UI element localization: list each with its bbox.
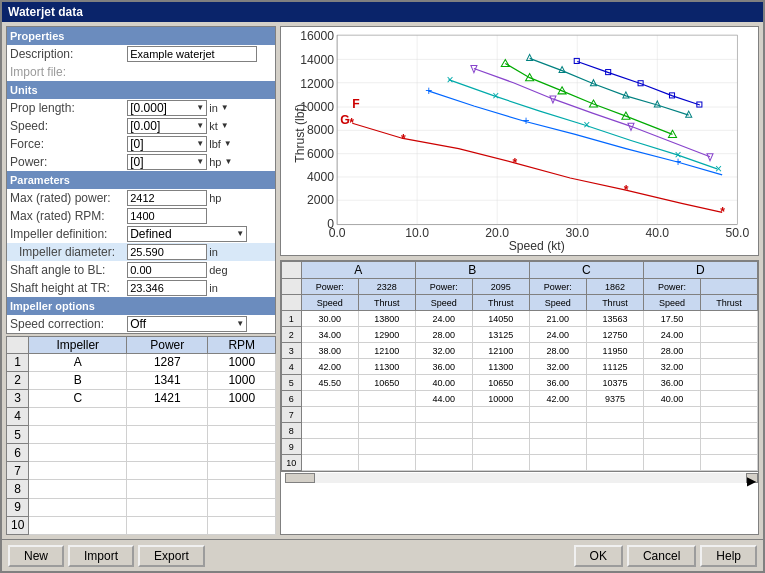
c-thrust-cell[interactable]: 11125	[586, 359, 643, 375]
a-speed-cell[interactable]	[301, 407, 358, 423]
shaft-height-input[interactable]	[127, 280, 207, 296]
data-row[interactable]: 8	[282, 423, 758, 439]
a-thrust-cell[interactable]	[358, 455, 415, 471]
b-thrust-cell[interactable]: 14050	[472, 311, 529, 327]
power-cell[interactable]	[127, 407, 208, 425]
rpm-cell[interactable]	[208, 444, 276, 462]
impeller-cell[interactable]: A	[29, 353, 127, 371]
impeller-row[interactable]: 9	[7, 498, 276, 516]
a-thrust-cell[interactable]: 12100	[358, 343, 415, 359]
description-input[interactable]	[127, 46, 257, 62]
export-button[interactable]: Export	[138, 545, 205, 567]
ok-button[interactable]: OK	[574, 545, 623, 567]
data-row[interactable]: 10	[282, 455, 758, 471]
data-row[interactable]: 7	[282, 407, 758, 423]
a-thrust-cell[interactable]: 10650	[358, 375, 415, 391]
d-thrust-cell[interactable]	[700, 375, 757, 391]
scroll-right-btn[interactable]: ▶	[746, 473, 758, 483]
a-thrust-cell[interactable]	[358, 391, 415, 407]
b-speed-cell[interactable]	[415, 423, 472, 439]
b-speed-cell[interactable]	[415, 439, 472, 455]
c-thrust-cell[interactable]	[586, 407, 643, 423]
horizontal-scrollbar[interactable]: ▶	[281, 471, 758, 483]
new-button[interactable]: New	[8, 545, 64, 567]
a-speed-cell[interactable]	[301, 439, 358, 455]
impeller-row[interactable]: 5	[7, 426, 276, 444]
d-thrust-cell[interactable]	[700, 311, 757, 327]
prop-length-dropdown[interactable]: [0.000] ▼	[127, 100, 207, 116]
power-cell[interactable]	[127, 462, 208, 480]
c-thrust-cell[interactable]	[586, 423, 643, 439]
d-thrust-cell[interactable]	[700, 359, 757, 375]
import-button[interactable]: Import	[68, 545, 134, 567]
d-speed-cell[interactable]: 40.00	[643, 391, 700, 407]
c-speed-cell[interactable]	[529, 455, 586, 471]
d-speed-cell[interactable]	[643, 407, 700, 423]
max-power-input[interactable]	[127, 190, 207, 206]
c-speed-cell[interactable]: 28.00	[529, 343, 586, 359]
b-thrust-cell[interactable]: 13125	[472, 327, 529, 343]
c-speed-cell[interactable]: 42.00	[529, 391, 586, 407]
scroll-thumb[interactable]	[285, 473, 315, 483]
power-cell[interactable]	[127, 498, 208, 516]
power-unit-arrow[interactable]: ▼	[224, 157, 232, 166]
c-speed-cell[interactable]	[529, 439, 586, 455]
b-thrust-cell[interactable]: 12100	[472, 343, 529, 359]
impeller-row[interactable]: 2 B 1341 1000	[7, 371, 276, 389]
impeller-row[interactable]: 4	[7, 407, 276, 425]
power-cell[interactable]: 1287	[127, 353, 208, 371]
data-row[interactable]: 5 45.50 10650 40.00 10650 36.00 10375 36…	[282, 375, 758, 391]
b-speed-cell[interactable]	[415, 455, 472, 471]
cancel-button[interactable]: Cancel	[627, 545, 696, 567]
force-dropdown[interactable]: [0] ▼	[127, 136, 207, 152]
impeller-cell[interactable]	[29, 462, 127, 480]
a-speed-cell[interactable]	[301, 391, 358, 407]
impeller-dia-input[interactable]	[127, 244, 207, 260]
a-thrust-cell[interactable]	[358, 423, 415, 439]
c-speed-cell[interactable]: 36.00	[529, 375, 586, 391]
rpm-cell[interactable]	[208, 407, 276, 425]
impeller-row[interactable]: 3 C 1421 1000	[7, 389, 276, 407]
rpm-cell[interactable]: 1000	[208, 371, 276, 389]
rpm-cell[interactable]: 1000	[208, 389, 276, 407]
d-thrust-cell[interactable]	[700, 327, 757, 343]
a-thrust-cell[interactable]	[358, 407, 415, 423]
a-speed-cell[interactable]: 45.50	[301, 375, 358, 391]
shaft-angle-input[interactable]	[127, 262, 207, 278]
b-thrust-cell[interactable]	[472, 423, 529, 439]
rpm-cell[interactable]	[208, 480, 276, 498]
c-thrust-cell[interactable]: 10375	[586, 375, 643, 391]
d-speed-cell[interactable]: 17.50	[643, 311, 700, 327]
rpm-cell[interactable]	[208, 516, 276, 534]
force-unit-arrow[interactable]: ▼	[224, 139, 232, 148]
b-speed-cell[interactable]	[415, 407, 472, 423]
b-thrust-cell[interactable]	[472, 407, 529, 423]
c-speed-cell[interactable]: 32.00	[529, 359, 586, 375]
speed-dropdown[interactable]: [0.00] ▼	[127, 118, 207, 134]
data-row[interactable]: 6 44.00 10000 42.00 9375 40.00	[282, 391, 758, 407]
d-thrust-cell[interactable]	[700, 423, 757, 439]
impeller-cell[interactable]	[29, 516, 127, 534]
impeller-cell[interactable]	[29, 498, 127, 516]
c-speed-cell[interactable]	[529, 423, 586, 439]
a-thrust-cell[interactable]: 11300	[358, 359, 415, 375]
impeller-cell[interactable]: B	[29, 371, 127, 389]
a-thrust-cell[interactable]: 12900	[358, 327, 415, 343]
power-dropdown[interactable]: [0] ▼	[127, 154, 207, 170]
data-row[interactable]: 4 42.00 11300 36.00 11300 32.00 11125 32…	[282, 359, 758, 375]
rpm-cell[interactable]: 1000	[208, 353, 276, 371]
impeller-cell[interactable]	[29, 444, 127, 462]
b-speed-cell[interactable]: 32.00	[415, 343, 472, 359]
a-thrust-cell[interactable]: 13800	[358, 311, 415, 327]
b-thrust-cell[interactable]: 10650	[472, 375, 529, 391]
b-speed-cell[interactable]: 28.00	[415, 327, 472, 343]
c-speed-cell[interactable]: 21.00	[529, 311, 586, 327]
power-cell[interactable]	[127, 444, 208, 462]
c-thrust-cell[interactable]: 11950	[586, 343, 643, 359]
rpm-cell[interactable]	[208, 498, 276, 516]
rpm-cell[interactable]	[208, 426, 276, 444]
d-thrust-cell[interactable]	[700, 455, 757, 471]
c-speed-cell[interactable]: 24.00	[529, 327, 586, 343]
impeller-row[interactable]: 7	[7, 462, 276, 480]
impeller-row[interactable]: 1 A 1287 1000	[7, 353, 276, 371]
